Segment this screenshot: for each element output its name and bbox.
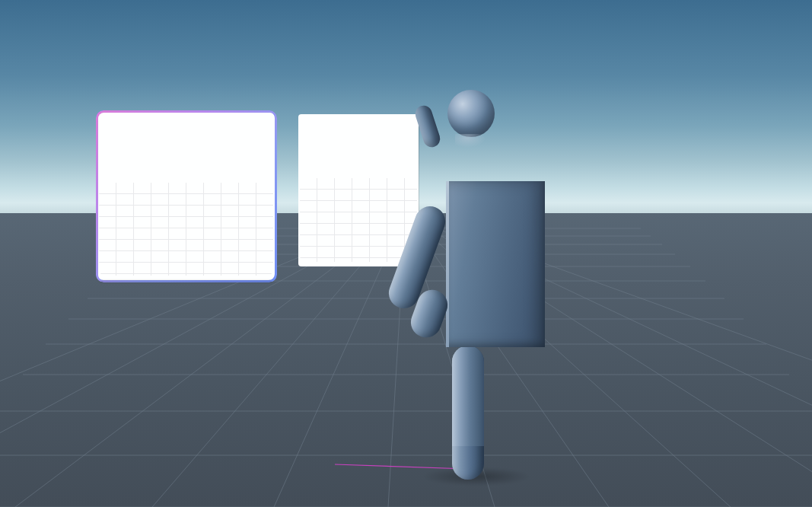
character-neck-highlight — [455, 134, 486, 148]
ui-canvas-left[interactable] — [96, 110, 276, 282]
character-leg-upper — [452, 346, 484, 446]
character-torso — [446, 181, 545, 347]
character[interactable] — [400, 90, 552, 486]
panel-grid-reflection — [300, 178, 417, 262]
scene-viewport[interactable] — [0, 0, 812, 507]
panel-grid-reflection — [99, 183, 273, 276]
character-ear — [413, 104, 442, 149]
character-head — [447, 90, 495, 137]
panel-shadow — [100, 280, 272, 282]
